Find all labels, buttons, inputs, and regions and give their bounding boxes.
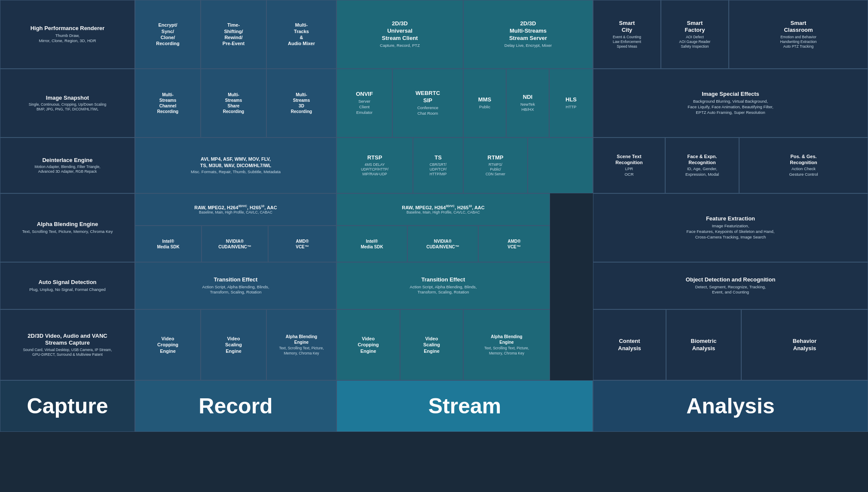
transition-stream-sub: Action Script, Alpha Blending, Blinds,Tr… bbox=[410, 284, 477, 296]
alpha-blending-cell: Alpha Blending Engine Text, Scrolling Te… bbox=[0, 193, 135, 262]
amd-stream-title: AMD®VCE™ bbox=[507, 238, 521, 250]
deinterlace-sub: Motion Adapter, Blending, Filter Triangl… bbox=[34, 165, 100, 174]
content-analysis-title: ContentAnalysis bbox=[618, 338, 641, 352]
ndi-title: NDI bbox=[523, 94, 532, 101]
intel-stream-cell: Intel®Media SDK bbox=[336, 226, 407, 262]
record-label-cell: Record bbox=[135, 380, 336, 432]
smart-classroom-title: SmartClassroom bbox=[784, 20, 813, 34]
deinterlace-title: Deinterlace Engine bbox=[42, 157, 92, 164]
raw-codecs-stream-top: RAW, MPEG2, H2643D/VC, H26510, AAC Basel… bbox=[336, 193, 550, 226]
feature-extraction-title: Feature Extraction bbox=[706, 215, 755, 223]
content-analysis-cell: ContentAnalysis bbox=[593, 309, 666, 380]
webrtc-cell: WEBRTCSIP ConferenceChat Room bbox=[392, 69, 463, 138]
2d3d-multistream-sub: Delay Live, Encrypt, Mixer bbox=[504, 43, 552, 49]
mms-cell: MMS Public bbox=[463, 69, 506, 138]
ts-sub: CBR/SRT/UDP/TCP/HTTP/MIP bbox=[430, 162, 447, 177]
alpha-blend-stream-sub: Text, Scrolling Text, Picture,Memory, Ch… bbox=[484, 346, 529, 355]
alpha-blending-sub: Text, Scrolling Text, Picture, Memory, C… bbox=[22, 229, 113, 235]
hls-sub: HTTP bbox=[566, 104, 577, 110]
alpha-blend-stream-title: Alpha BlendingEngine bbox=[491, 334, 522, 345]
nvidia-record-cell: NVIDIA®CUDA/NVENC™ bbox=[202, 226, 268, 262]
video-scale-stream-cell: VideoScalingEngine bbox=[400, 309, 463, 380]
hls-title: HLS bbox=[565, 96, 577, 104]
capture-streams-title: 2D/3D Video, Audio and VANCStreams Captu… bbox=[28, 333, 107, 347]
multistreams-share-title: Multi-StreamsShareRecording bbox=[223, 92, 244, 114]
multistreams-share-cell: Multi-StreamsShareRecording bbox=[201, 69, 266, 138]
biometric-analysis-cell: BiometricAnalysis bbox=[666, 309, 741, 380]
rtsp-title: RTSP bbox=[367, 154, 382, 162]
nvidia-stream-cell: NVIDIA®CUDA/NVENC™ bbox=[407, 226, 478, 262]
webrtc-sub: ConferenceChat Room bbox=[417, 105, 438, 116]
raw-codecs-record-sub: Baseline, Main, High Profile, CAVLC, CAB… bbox=[199, 210, 272, 215]
smart-classroom-sub: Emotion and BehaviorHandwriting Extracti… bbox=[780, 35, 816, 49]
rtsp-sub: 4MS DELAYUDP/TCP/HTTP/MIP/RAW-UDP bbox=[361, 162, 388, 177]
multistreams-channel-title: Multi-StreamsChannelRecording bbox=[157, 92, 178, 114]
image-special-sub: Background Blurring, Virtual Background,… bbox=[688, 99, 773, 115]
face-expn-cell: Face & Expn.Recognition ID, Age, Gender,… bbox=[665, 138, 739, 193]
encrypt-title: Encrypt/Sync/Clone/Recording bbox=[156, 22, 179, 46]
intel-record-cell: Intel®Media SDK bbox=[135, 226, 202, 262]
stream-label-cell: Stream bbox=[336, 380, 593, 432]
raw-codecs-record-title: RAW, MPEG2, H2643D/VC, H26510, AAC bbox=[194, 204, 277, 211]
alpha-blend-record-sub: Text, Scrolling Text, Picture,Memory, Ch… bbox=[279, 346, 324, 355]
ndi-sub: NewTekHB/HX bbox=[520, 102, 535, 113]
2d3d-universal-sub: Capture, Record, PTZ bbox=[380, 43, 420, 49]
face-expn-sub: ID, Age, Gender,Expression, Modal bbox=[685, 166, 719, 177]
smart-city-title: SmartCity bbox=[619, 20, 635, 34]
image-snapshot-sub: Single, Continuous, Cropping, Up/Down Sc… bbox=[29, 102, 107, 112]
feature-extraction-cell: Feature Extraction Image Featurization,F… bbox=[593, 193, 868, 262]
smart-factory-cell: SmartFactory AOI DefectAOI Gauge ReaderS… bbox=[661, 0, 729, 69]
record-section-label: Record bbox=[199, 394, 272, 419]
multistreams-3d-title: Multi-Streams3DRecording bbox=[291, 92, 312, 114]
2d3d-universal-cell: 2D/3DUniversalStream Client Capture, Rec… bbox=[336, 0, 463, 69]
raw-codecs-record-top: RAW, MPEG2, H2643D/VC, H26510, AAC Basel… bbox=[135, 193, 336, 226]
onvif-cell: ONVIF ServerClientEmulator bbox=[336, 69, 392, 138]
alpha-blend-record-title: Alpha BlendingEngine bbox=[286, 334, 317, 345]
transition-record-cell: Transition Effect Action Script, Alpha B… bbox=[135, 262, 336, 309]
alpha-blending-title: Alpha Blending Engine bbox=[37, 221, 98, 228]
capture-section-label: Capture bbox=[27, 394, 108, 419]
avi-formats-sub: Misc. Formats, Repair, Thumb, Subtitle, … bbox=[191, 169, 281, 175]
onvif-title: ONVIF bbox=[356, 91, 373, 98]
scene-text-sub: LPROCR bbox=[624, 166, 633, 177]
video-crop-stream-cell: VideoCroppingEngine bbox=[336, 309, 400, 380]
video-crop-record-cell: VideoCroppingEngine bbox=[135, 309, 201, 380]
raw-codecs-stream-sub: Baseline, Main, High Profile, CAVLC, CAB… bbox=[406, 210, 480, 215]
high-perf-title: High Performance Renderer bbox=[31, 25, 105, 32]
smart-city-sub: Event & CountingLaw EnforcementSpeed Mea… bbox=[613, 35, 641, 49]
behavior-analysis-title: BehaviorAnalysis bbox=[793, 338, 817, 352]
scene-text-cell: Scene TextRecognition LPROCR bbox=[593, 138, 665, 193]
video-scale-stream-title: VideoScalingEngine bbox=[423, 336, 440, 354]
main-page: High Performance Renderer Thumb Draw,Mir… bbox=[0, 0, 868, 492]
smart-city-cell: SmartCity Event & CountingLaw Enforcemen… bbox=[593, 0, 661, 69]
object-detection-sub: Detect, Segment, Recognize, Tracking,Eve… bbox=[695, 284, 766, 296]
transition-record-sub: Action Script, Alpha Blending, Blinds,Tr… bbox=[202, 284, 269, 296]
nvidia-stream-title: NVIDIA®CUDA/NVENC™ bbox=[426, 238, 459, 250]
ndi-cell: NDI NewTekHB/HX bbox=[506, 69, 549, 138]
transition-stream-cell: Transition Effect Action Script, Alpha B… bbox=[336, 262, 550, 309]
webrtc-title: WEBRTCSIP bbox=[416, 90, 440, 104]
multistreams-channel-cell: Multi-StreamsChannelRecording bbox=[135, 69, 201, 138]
pos-ges-title: Pos. & Ges.Recognition bbox=[790, 153, 817, 166]
rtmp2-cell bbox=[528, 138, 593, 193]
object-detection-cell: Object Detection and Recognition Detect,… bbox=[593, 262, 868, 309]
timeshifting-title: Time-Shifting/Rewind/Pre-Event bbox=[223, 22, 245, 46]
intel-record-title: Intel®Media SDK bbox=[157, 238, 179, 250]
multitracks-cell: Multi-Tracks&Audio Mixer bbox=[266, 0, 336, 69]
high-perf-renderer-cell: High Performance Renderer Thumb Draw,Mir… bbox=[0, 0, 135, 69]
face-expn-title: Face & Expn.Recognition bbox=[687, 153, 717, 166]
mms-title: MMS bbox=[478, 96, 491, 104]
capture-streams-sub: Sound Card, Virtual Desktop, USB Camera,… bbox=[23, 348, 112, 357]
deinterlace-cell: Deinterlace Engine Motion Adapter, Blend… bbox=[0, 138, 135, 193]
video-crop-stream-title: VideoCroppingEngine bbox=[358, 336, 379, 354]
ts-title: TS bbox=[434, 154, 442, 162]
smart-factory-sub: AOI DefectAOI Gauge ReaderSafety Inspect… bbox=[679, 35, 711, 49]
video-scale-record-title: VideoScalingEngine bbox=[225, 336, 242, 354]
mms-sub: Public bbox=[479, 104, 490, 110]
ts-cell: TS CBR/SRT/UDP/TCP/HTTP/MIP bbox=[413, 138, 463, 193]
image-special-title: Image Special Effects bbox=[702, 91, 759, 98]
multistreams-3d-cell: Multi-Streams3DRecording bbox=[266, 69, 336, 138]
rtmp-sub: RTMPS/Public/CDN Server bbox=[486, 162, 505, 177]
image-snapshot-cell: Image Snapshot Single, Continuous, Cropp… bbox=[0, 69, 135, 138]
rtmp-cell: RTMP RTMPS/Public/CDN Server bbox=[463, 138, 528, 193]
